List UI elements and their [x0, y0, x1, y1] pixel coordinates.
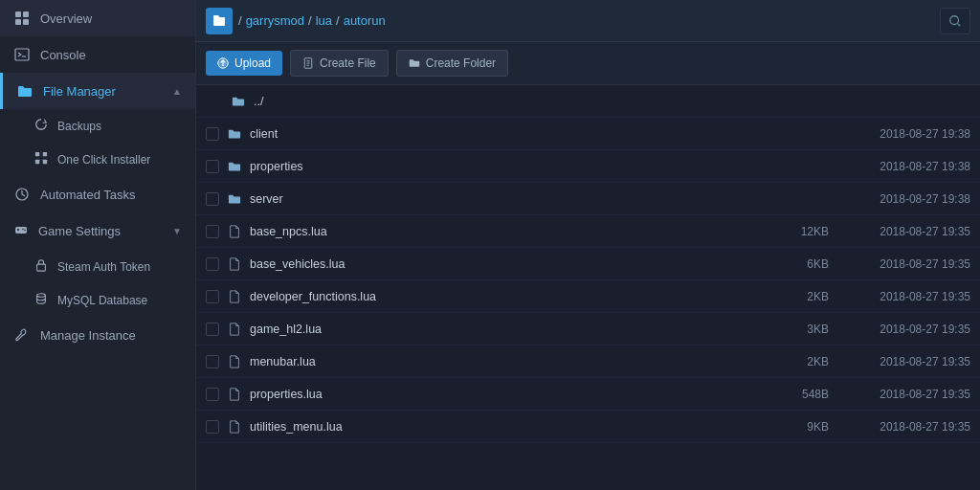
- backup-icon: [34, 118, 48, 134]
- sidebar-item-label: Automated Tasks: [40, 188, 182, 202]
- svg-rect-16: [37, 264, 46, 271]
- create-file-icon: [302, 57, 314, 69]
- file-row[interactable]: properties 2018-08-27 19:38: [196, 150, 980, 183]
- chevron-down-icon: ▼: [172, 226, 182, 236]
- file-date: 2018-08-27 19:35: [846, 323, 970, 336]
- folder-icon: [231, 94, 246, 109]
- file-date: 2018-08-27 19:35: [846, 355, 970, 368]
- create-file-label: Create File: [320, 56, 376, 70]
- file-size: 12KB: [771, 225, 829, 238]
- file-row[interactable]: base_npcs.lua 12KB 2018-08-27 19:35: [196, 215, 980, 248]
- svg-rect-6: [35, 152, 39, 156]
- sidebar-item-game-settings[interactable]: Game Settings ▼: [0, 212, 195, 250]
- sidebar-item-automated-tasks[interactable]: Automated Tasks: [0, 176, 195, 212]
- svg-point-18: [950, 15, 959, 24]
- file-name: properties: [250, 160, 764, 173]
- breadcrumb-bar: / garrysmod / lua / autorun: [196, 0, 980, 42]
- file-date: 2018-08-27 19:38: [846, 160, 970, 173]
- file-checkbox[interactable]: [206, 355, 219, 368]
- breadcrumb-part-2[interactable]: lua: [316, 13, 332, 28]
- svg-point-15: [24, 230, 26, 232]
- terminal-icon: [13, 46, 31, 63]
- folder-icon: [227, 191, 242, 207]
- file-name: developer_functions.lua: [250, 290, 764, 303]
- file-row[interactable]: utilities_menu.lua 9KB 2018-08-27 19:35: [196, 411, 980, 443]
- file-list: ../ client 2018-08-27 19:38 properties 2…: [196, 85, 980, 490]
- file-date: 2018-08-27 19:35: [846, 420, 970, 434]
- file-date: 2018-08-27 19:38: [846, 127, 970, 141]
- sidebar-item-one-click[interactable]: One Click Installer: [0, 143, 195, 176]
- file-icon: [227, 419, 242, 434]
- database-icon: [34, 292, 48, 308]
- breadcrumb-sep: /: [336, 13, 340, 28]
- create-folder-label: Create Folder: [426, 56, 496, 70]
- sidebar-item-label: Backups: [57, 120, 101, 133]
- file-row[interactable]: game_hl2.lua 3KB 2018-08-27 19:35: [196, 313, 980, 345]
- file-row[interactable]: developer_functions.lua 2KB 2018-08-27 1…: [196, 280, 980, 313]
- file-checkbox[interactable]: [206, 420, 219, 434]
- create-file-button[interactable]: Create File: [290, 50, 389, 77]
- grid-icon: [13, 10, 31, 27]
- file-name: game_hl2.lua: [250, 323, 764, 336]
- file-row[interactable]: menubar.lua 2KB 2018-08-27 19:35: [196, 345, 980, 378]
- svg-rect-7: [43, 152, 47, 156]
- sidebar-item-manage-instance[interactable]: Manage Instance: [0, 317, 195, 353]
- file-date: 2018-08-27 19:38: [846, 192, 970, 206]
- folder-icon: [16, 82, 33, 100]
- sidebar-item-label: Overview: [40, 11, 182, 26]
- file-checkbox[interactable]: [206, 388, 219, 401]
- sidebar-item-overview[interactable]: Overview: [0, 0, 195, 36]
- breadcrumb-sep: /: [308, 13, 312, 28]
- file-name: utilities_menu.lua: [250, 420, 764, 434]
- file-checkbox[interactable]: [206, 127, 219, 141]
- file-row[interactable]: properties.lua 548B 2018-08-27 19:35: [196, 378, 980, 411]
- file-row[interactable]: base_vehicles.lua 6KB 2018-08-27 19:35: [196, 248, 980, 280]
- svg-rect-2: [15, 19, 21, 25]
- file-checkbox[interactable]: [206, 192, 219, 206]
- breadcrumb-part-1[interactable]: garrysmod: [246, 13, 304, 28]
- svg-rect-3: [23, 19, 29, 25]
- file-date: 2018-08-27 19:35: [846, 290, 970, 303]
- svg-point-17: [37, 294, 46, 298]
- file-name: properties.lua: [250, 388, 764, 401]
- file-name: menubar.lua: [250, 355, 764, 368]
- sidebar-item-steam-auth[interactable]: Steam Auth Token: [0, 250, 195, 283]
- file-icon: [227, 224, 242, 239]
- breadcrumb-part-3[interactable]: autorun: [344, 13, 386, 28]
- create-folder-button[interactable]: Create Folder: [396, 50, 508, 77]
- file-row-parent[interactable]: ../: [196, 85, 980, 118]
- file-checkbox[interactable]: [206, 160, 219, 173]
- upload-label: Upload: [234, 56, 271, 70]
- sidebar-item-console[interactable]: Console: [0, 36, 195, 73]
- svg-rect-8: [35, 160, 39, 164]
- folder-icon: [227, 126, 242, 142]
- file-checkbox[interactable]: [206, 257, 219, 271]
- lock-icon: [34, 258, 48, 275]
- upload-button[interactable]: Upload: [206, 51, 282, 76]
- file-date: 2018-08-27 19:35: [846, 225, 970, 238]
- sidebar-item-file-manager[interactable]: File Manager ▲: [0, 73, 195, 109]
- chevron-up-icon: ▲: [172, 86, 182, 97]
- tasks-icon: [13, 186, 31, 203]
- file-icon: [227, 289, 242, 304]
- upload-icon: [217, 57, 229, 69]
- search-button[interactable]: [940, 8, 970, 34]
- file-checkbox[interactable]: [206, 225, 219, 238]
- toolbar: Upload Create File Create Folder: [196, 42, 980, 85]
- file-date: 2018-08-27 19:35: [846, 388, 970, 401]
- sidebar-item-label: Game Settings: [38, 224, 121, 238]
- breadcrumb-logo: [206, 8, 233, 34]
- sidebar-item-mysql[interactable]: MySQL Database: [0, 283, 195, 317]
- file-icon: [227, 354, 242, 369]
- sidebar-item-label: Steam Auth Token: [57, 260, 150, 274]
- gamepad-icon: [13, 222, 29, 240]
- svg-rect-1: [23, 11, 29, 17]
- file-row[interactable]: client 2018-08-27 19:38: [196, 118, 980, 150]
- svg-point-14: [22, 229, 24, 231]
- file-size: 2KB: [771, 290, 829, 303]
- sidebar-item-backups[interactable]: Backups: [0, 109, 195, 143]
- file-checkbox[interactable]: [206, 290, 219, 303]
- file-size: 2KB: [771, 355, 829, 368]
- file-checkbox[interactable]: [206, 323, 219, 336]
- file-row[interactable]: server 2018-08-27 19:38: [196, 183, 980, 215]
